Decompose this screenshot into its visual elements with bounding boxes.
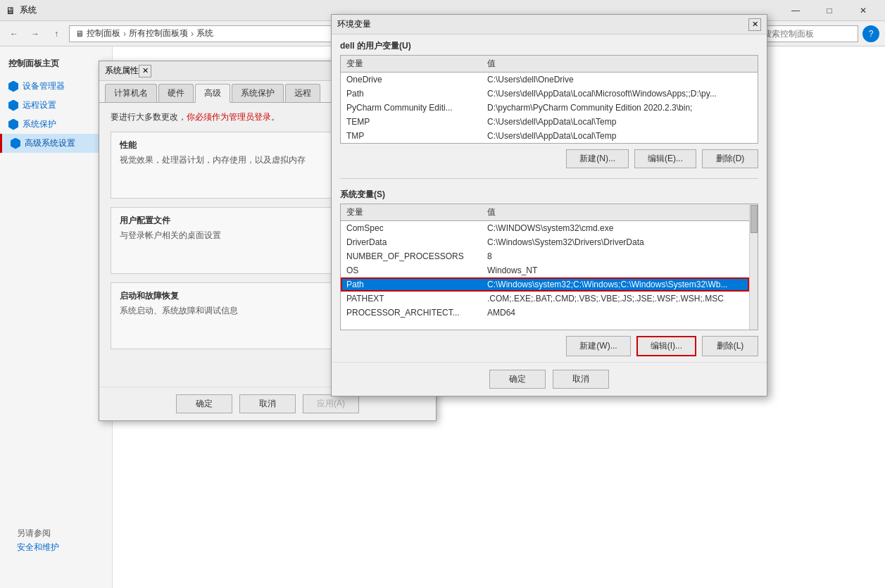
breadcrumb-part1[interactable]: 控制面板	[87, 27, 120, 39]
sys-properties-apply-button[interactable]: 应用(A)	[303, 394, 359, 413]
user-var-name: TEMP	[341, 115, 482, 129]
sys-var-row[interactable]: PATHEXT .COM;.EXE;.BAT;.CMD;.VBS;.VBE;.J…	[341, 292, 749, 306]
sidebar-item-advanced[interactable]: 高级系统设置	[0, 134, 112, 153]
sys-var-name: PROCESSOR_ARCHITECT...	[341, 306, 482, 320]
user-var-value: C:\Users\dell\OneDrive	[482, 73, 758, 87]
minimize-button[interactable]: —	[779, 0, 812, 21]
sys-var-value: 8	[482, 249, 749, 263]
env-variables-dialog: 环境变量 ✕ dell 的用户变量(U) 变量 值 OneDrive C:\Us…	[331, 14, 767, 396]
shield-icon-active	[11, 138, 20, 149]
sys-delete-button[interactable]: 删除(L)	[702, 336, 758, 356]
sys-var-row[interactable]: PROCESSOR_ARCHITECT... AMD64	[341, 306, 749, 320]
sys-var-row[interactable]: NUMBER_OF_PROCESSORS 8	[341, 249, 749, 263]
sys-var-value: AMD64	[482, 306, 749, 320]
breadcrumb-part2[interactable]: 所有控制面板项	[129, 27, 188, 39]
sys-var-value: Windows_NT	[482, 263, 749, 277]
user-var-row[interactable]: OneDrive C:\Users\dell\OneDrive	[341, 73, 758, 87]
forward-button[interactable]: →	[27, 25, 44, 42]
user-var-row[interactable]: TEMP C:\Users\dell\AppData\Local\Temp	[341, 115, 758, 129]
shield-icon	[8, 81, 18, 92]
user-var-row[interactable]: TMP C:\Users\dell\AppData\Local\Temp	[341, 129, 758, 143]
scrollbar-thumb[interactable]	[751, 205, 758, 233]
user-new-button[interactable]: 新建(N)...	[566, 149, 629, 168]
user-var-row[interactable]: PyCharm Community Editi... D:\pycharm\Py…	[341, 101, 758, 115]
user-vars-table-container: 变量 值 OneDrive C:\Users\dell\OneDrive Pat…	[340, 55, 758, 144]
user-var-row[interactable]: Path C:\Users\dell\AppData\Local\Microso…	[341, 87, 758, 101]
user-delete-button[interactable]: 删除(D)	[702, 149, 758, 168]
user-vars-title: dell 的用户变量(U)	[332, 35, 767, 55]
sys-var-value: C:\WINDOWS\system32\cmd.exe	[482, 221, 749, 236]
env-ok-button[interactable]: 确定	[489, 370, 546, 389]
tab-remote[interactable]: 远程	[285, 84, 320, 102]
user-var-name: TMP	[341, 129, 482, 143]
search-input[interactable]	[763, 29, 855, 39]
sys-var-row[interactable]: ComSpec C:\WINDOWS\system32\cmd.exe	[341, 221, 749, 236]
close-button[interactable]: ✕	[847, 0, 879, 21]
sidebar-item-device[interactable]: 设备管理器	[0, 77, 112, 96]
tab-hardware[interactable]: 硬件	[158, 84, 194, 102]
sys-var-name: PATHEXT	[341, 292, 482, 306]
sidebar-label-remote: 远程设置	[23, 99, 56, 111]
env-dialog-close-button[interactable]: ✕	[748, 18, 761, 31]
tab-sys-protection[interactable]: 系统保护	[232, 84, 284, 102]
sidebar-footer: 另请参阅 安全和维护	[0, 509, 76, 560]
user-vars-table: 变量 值 OneDrive C:\Users\dell\OneDrive Pat…	[341, 56, 758, 143]
window-title: 系统	[20, 4, 37, 16]
sys-vars-col-value: 值	[482, 204, 749, 221]
breadcrumb-sep1: ›	[123, 29, 126, 39]
breadcrumb-part3[interactable]: 系统	[196, 27, 213, 39]
user-var-value: C:\Users\dell\AppData\Local\Temp	[482, 115, 758, 129]
user-var-value: D:\pycharm\PyCharm Community Edition 202…	[482, 101, 758, 115]
sys-var-name: ComSpec	[341, 221, 482, 236]
env-dialog-bottom: 确定 取消	[332, 362, 767, 396]
sidebar-footer-label: 另请参阅 安全和维护	[8, 523, 68, 560]
help-button[interactable]: ?	[862, 25, 879, 42]
user-var-name: OneDrive	[341, 73, 482, 87]
sys-var-row[interactable]: DriverData C:\Windows\System32\Drivers\D…	[341, 235, 749, 249]
sys-var-value: .COM;.EXE;.BAT;.CMD;.VBS;.VBE;.JS;.JSE;.…	[482, 292, 749, 306]
sys-vars-table-container[interactable]: 变量 值 ComSpec C:\WINDOWS\system32\cmd.exe…	[340, 204, 758, 330]
address-icon: 🖥	[75, 29, 84, 39]
tab-computer-name[interactable]: 计算机名	[105, 84, 157, 102]
sys-properties-ok-button[interactable]: 确定	[176, 394, 232, 413]
sidebar-link-security[interactable]: 安全和维护	[17, 539, 59, 556]
sys-var-row[interactable]: OS Windows_NT	[341, 263, 749, 277]
sys-var-path-value: C:\Windows\system32;C:\Windows;C:\Window…	[482, 277, 749, 292]
maximize-button[interactable]: □	[813, 0, 846, 21]
see-also-label: 另请参阅	[17, 527, 59, 539]
sys-properties-title: 系统属性	[105, 65, 139, 77]
sys-vars-table: 变量 值 ComSpec C:\WINDOWS\system32\cmd.exe…	[341, 204, 749, 320]
sys-var-path-row[interactable]: Path C:\Windows\system32;C:\Windows;C:\W…	[341, 277, 749, 292]
sys-vars-title: 系统变量(S)	[332, 183, 767, 204]
sys-var-value: C:\Windows\System32\Drivers\DriverData	[482, 235, 749, 249]
sys-properties-close-button[interactable]: ✕	[139, 65, 151, 77]
sidebar-label-protection: 系统保护	[23, 118, 56, 130]
user-var-value: C:\Users\dell\AppData\Local\Temp	[482, 129, 758, 143]
env-cancel-button[interactable]: 取消	[553, 370, 609, 389]
env-separator	[340, 178, 758, 179]
sys-var-path-name: Path	[341, 277, 482, 292]
breadcrumb-sep2: ›	[191, 29, 194, 39]
sidebar: 控制面板主页 设备管理器 远程设置 系统保护 高级系统设置 另请参阅 安全和维护	[0, 46, 113, 588]
back-button[interactable]: ←	[6, 25, 23, 42]
sidebar-item-remote[interactable]: 远程设置	[0, 96, 112, 115]
sys-new-button[interactable]: 新建(W)...	[566, 336, 630, 356]
user-var-name: PyCharm Community Editi...	[341, 101, 482, 115]
tab-advanced[interactable]: 高级	[195, 84, 230, 103]
sys-properties-cancel-button[interactable]: 取消	[239, 394, 296, 413]
env-dialog-title-text: 环境变量	[337, 18, 748, 30]
user-vars-col-value: 值	[482, 56, 758, 73]
sidebar-header: 控制面板主页	[0, 54, 112, 74]
sys-vars-col-name: 变量	[341, 204, 482, 221]
sidebar-item-protection[interactable]: 系统保护	[0, 115, 112, 134]
sys-var-name: NUMBER_OF_PROCESSORS	[341, 249, 482, 263]
sys-var-name: OS	[341, 263, 482, 277]
sidebar-label-device: 设备管理器	[23, 80, 65, 92]
sys-edit-button[interactable]: 编辑(I)...	[636, 336, 696, 356]
window-icon: 🖥	[6, 5, 15, 16]
user-edit-button[interactable]: 编辑(E)...	[634, 149, 696, 168]
user-var-name: Path	[341, 87, 482, 101]
user-vars-btn-row: 新建(N)... 编辑(E)... 删除(D)	[332, 144, 767, 174]
up-button[interactable]: ↑	[48, 25, 65, 42]
env-dialog-title-bar: 环境变量 ✕	[332, 15, 767, 35]
